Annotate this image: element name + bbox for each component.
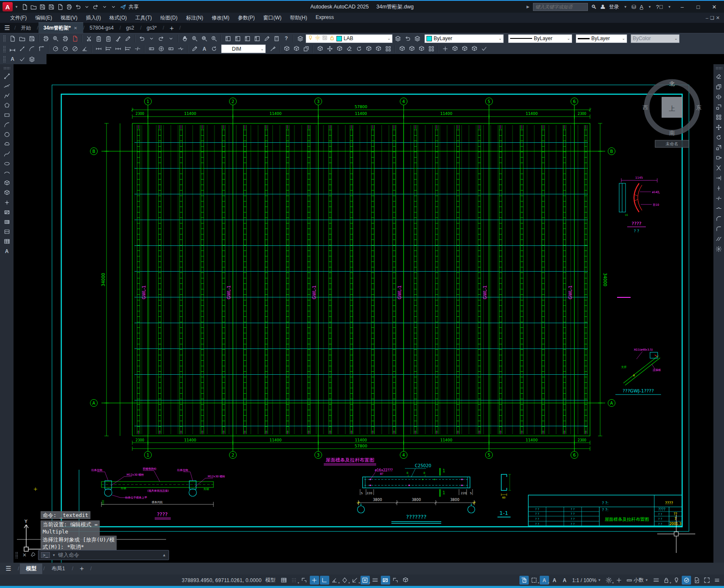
polyline-icon[interactable] <box>3 91 11 100</box>
tab-gs3[interactable]: gs3* <box>142 23 163 33</box>
ellipse-arc-icon[interactable] <box>3 169 11 178</box>
minimize-button[interactable]: – <box>676 2 688 12</box>
redo-list-icon[interactable] <box>100 3 109 11</box>
break-at-point-icon[interactable] <box>714 184 723 193</box>
undo-list-icon[interactable] <box>147 34 156 43</box>
drawing-canvas[interactable]: 123456 123456 BABA 57800 2300 1140011400… <box>14 64 713 564</box>
lineweight-display-icon[interactable] <box>371 576 380 585</box>
layer-lock-icon[interactable] <box>364 44 373 53</box>
mirror-icon[interactable] <box>714 93 723 101</box>
autodesk-app-icon[interactable]: A̲ <box>640 4 644 10</box>
menu-item[interactable]: 插入(I) <box>82 13 105 23</box>
toolbar-grip[interactable] <box>3 56 6 63</box>
help-icon[interactable]: ? <box>282 34 291 43</box>
ortho-mode-icon[interactable] <box>320 576 329 585</box>
blend-curves-icon[interactable] <box>714 234 723 243</box>
dim-space-icon[interactable] <box>123 44 132 53</box>
layer-combo-chevron-icon[interactable]: ⌄ <box>387 36 391 41</box>
tab-layout1[interactable]: 布局1 <box>46 564 71 574</box>
dynamic-input-icon[interactable] <box>310 576 319 585</box>
menu-item[interactable]: 参数(P) <box>234 13 259 23</box>
tab-close-icon[interactable]: ✕ <box>74 26 77 30</box>
menu-item[interactable]: 绘图(D) <box>156 13 182 23</box>
annotation-scale-button[interactable]: 1:1 / 100%▼ <box>570 577 603 583</box>
undo-icon[interactable] <box>74 3 82 11</box>
layer-freeze-icon[interactable] <box>335 44 344 53</box>
toolbar-grip[interactable] <box>3 67 10 70</box>
transparency-icon[interactable] <box>381 576 390 585</box>
plot-preview-icon[interactable] <box>51 34 60 43</box>
layer-states-icon[interactable] <box>296 34 305 43</box>
scale-icon[interactable] <box>714 143 723 152</box>
tab-gs2[interactable]: gs2 <box>121 23 140 33</box>
tab-34m[interactable]: 34m管桁架*✕ <box>38 22 83 33</box>
rotate-icon[interactable] <box>714 133 723 142</box>
grid-display-icon[interactable] <box>279 576 289 585</box>
copy-clip-icon[interactable] <box>94 34 103 43</box>
selection-cycling-icon[interactable] <box>519 576 529 585</box>
signin-label[interactable]: 登录 <box>609 3 619 11</box>
annotation-monitor-icon[interactable] <box>614 576 623 585</box>
apps-caret-icon[interactable]: ▼ <box>647 5 653 9</box>
properties-icon[interactable] <box>224 34 232 43</box>
save-icon[interactable] <box>38 3 47 11</box>
dim-jogged-icon[interactable] <box>61 44 70 53</box>
infer-constraints-icon[interactable] <box>300 576 309 585</box>
spell-check-icon[interactable] <box>18 55 27 64</box>
compass-south[interactable]: 南 <box>669 130 675 136</box>
redo-list-icon[interactable] <box>167 34 175 43</box>
zoom-previous-icon[interactable] <box>210 34 219 43</box>
markup-import-icon[interactable] <box>262 34 271 43</box>
dim-continue-icon[interactable] <box>114 44 123 53</box>
layer-unlock-icon[interactable] <box>374 44 383 53</box>
arc-icon[interactable] <box>3 120 11 129</box>
search-icon[interactable]: 🔍︎ <box>591 4 597 10</box>
plot-icon[interactable] <box>65 3 74 11</box>
autocad-logo-icon[interactable]: A <box>3 2 13 11</box>
array-icon[interactable] <box>714 113 723 122</box>
doc-minimize-button[interactable]: – <box>706 15 708 21</box>
trusted-autoload-icon[interactable] <box>692 576 701 585</box>
command-recent-chevron-icon[interactable]: ▼ <box>52 553 56 557</box>
annotation-update-icon[interactable] <box>27 55 36 64</box>
fillet-icon[interactable] <box>714 224 723 233</box>
dim-jog-line-icon[interactable] <box>176 44 185 53</box>
command-customize-icon[interactable] <box>30 552 36 558</box>
annotation-visibility-icon[interactable]: A <box>540 576 549 585</box>
join-icon[interactable] <box>714 204 723 213</box>
quick-calc-icon[interactable] <box>272 34 281 43</box>
edit-text-icon[interactable]: A <box>8 55 17 64</box>
gizmo-icon[interactable] <box>401 576 410 585</box>
region-icon[interactable] <box>3 227 11 236</box>
dim-update-icon[interactable] <box>210 44 219 53</box>
linetype-control-combo[interactable]: ByLayer ⌄ <box>508 34 572 43</box>
construction-line-icon[interactable] <box>3 82 11 90</box>
cut-icon[interactable] <box>85 34 93 43</box>
dim-linear-icon[interactable] <box>8 44 17 53</box>
undo-list-icon[interactable] <box>82 3 91 11</box>
tab-overview-icon[interactable]: ☰ <box>0 23 14 33</box>
layer-unisolate-icon[interactable] <box>325 44 334 53</box>
user-icon[interactable]: 👤︎ <box>600 4 606 10</box>
view-compass[interactable]: 上 北 南 西 东 未命名 <box>643 81 702 147</box>
object-snap-tracking-icon[interactable] <box>350 576 360 585</box>
dim-diameter-icon[interactable] <box>71 44 79 53</box>
dim-angular-icon[interactable] <box>80 44 89 53</box>
copy-to-new-layer-icon[interactable] <box>302 44 311 53</box>
menu-item[interactable]: 标注(N) <box>182 13 208 23</box>
multiline-text-icon[interactable]: A <box>3 247 11 256</box>
annotation-scale-sync-icon[interactable]: A <box>560 576 569 585</box>
line-icon[interactable] <box>3 72 11 81</box>
dim-inspect-icon[interactable] <box>167 44 175 53</box>
polar-tracking-icon[interactable] <box>330 576 339 585</box>
block-editor-icon[interactable] <box>123 34 132 43</box>
tab-start[interactable]: 开始 <box>16 23 37 33</box>
isometric-drafting-icon[interactable] <box>340 576 350 585</box>
doc-close-button[interactable]: ✕ <box>716 15 720 21</box>
color-control-combo[interactable]: ByLayer ⌄ <box>424 34 504 43</box>
new-layout-button[interactable]: ＋ <box>74 564 89 573</box>
isolate-objects-icon[interactable] <box>672 576 681 585</box>
insert-block-icon[interactable] <box>3 179 11 188</box>
redo-icon[interactable] <box>91 3 100 11</box>
help-icon[interactable]: ?⃝ <box>656 4 663 10</box>
